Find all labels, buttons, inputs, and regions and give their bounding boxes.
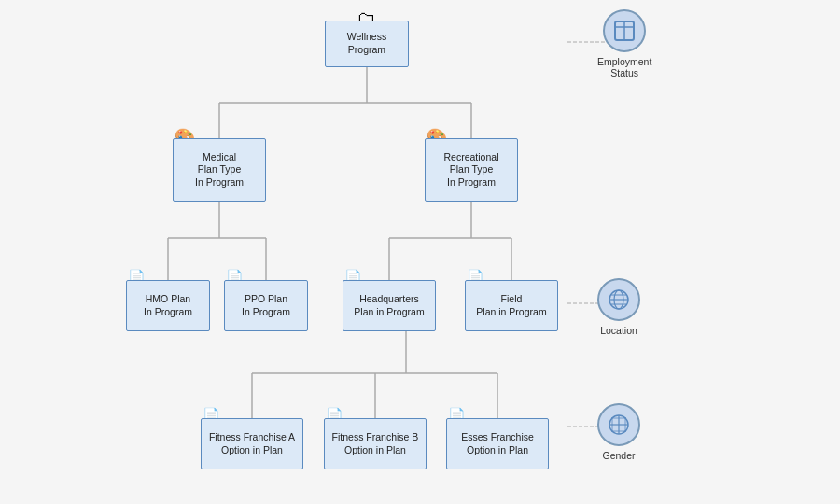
field-label: FieldPlan in Program [476, 293, 546, 318]
employment-circle [603, 9, 646, 52]
recreational-node[interactable]: RecreationalPlan TypeIn Program [425, 138, 518, 202]
location-circle [597, 278, 640, 321]
fitness-b-label: Fitness Franchise BOption in Plan [332, 431, 419, 456]
location-label: Location [600, 325, 637, 336]
fitness-a-node[interactable]: Fitness Franchise AOption in Plan [201, 418, 303, 469]
recreational-label: RecreationalPlan TypeIn Program [444, 151, 499, 189]
ppo-node[interactable]: PPO PlanIn Program [224, 280, 308, 331]
gender-label: Gender [602, 450, 635, 461]
medical-label: MedicalPlan TypeIn Program [195, 151, 244, 189]
esses-node[interactable]: Esses FranchiseOption in Plan [446, 418, 549, 469]
gender-icon [606, 412, 632, 438]
field-node[interactable]: FieldPlan in Program [465, 280, 558, 331]
ppo-label: PPO PlanIn Program [242, 293, 290, 318]
hmo-label: HMO PlanIn Program [144, 293, 192, 318]
hmo-node[interactable]: HMO PlanIn Program [126, 280, 210, 331]
esses-label: Esses FranchiseOption in Plan [461, 431, 534, 456]
gender-circle [597, 403, 640, 446]
diagram-container: 🗂 Wellness Program 🎨 MedicalPlan TypeIn … [0, 0, 840, 504]
gender-legend: Gender [597, 403, 640, 461]
medical-node[interactable]: MedicalPlan TypeIn Program [173, 138, 266, 202]
wellness-label: Wellness Program [329, 31, 404, 56]
fitness-a-label: Fitness Franchise AOption in Plan [209, 431, 295, 456]
location-icon [606, 287, 632, 313]
hq-label: HeadquartersPlan in Program [354, 293, 424, 318]
hq-node[interactable]: HeadquartersPlan in Program [343, 280, 436, 331]
employment-status-legend: EmploymentStatus [597, 9, 651, 78]
location-legend: Location [597, 278, 640, 336]
fitness-b-node[interactable]: Fitness Franchise BOption in Plan [324, 418, 427, 469]
employment-label: EmploymentStatus [597, 56, 651, 78]
wellness-node[interactable]: Wellness Program [325, 21, 409, 67]
employment-icon [611, 18, 637, 44]
